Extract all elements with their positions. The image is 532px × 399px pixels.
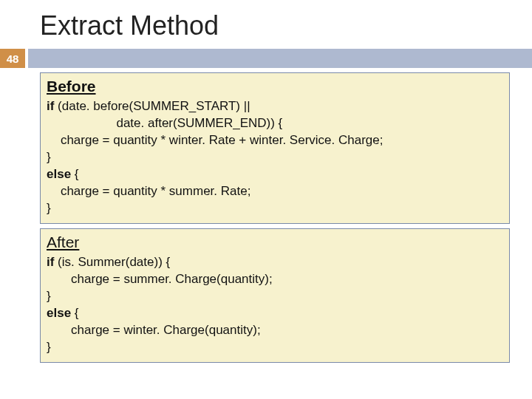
before-block: Before if (date. before(SUMMER_START) ||… [40,72,510,224]
code-line: else { [47,166,503,183]
code-text: } [47,150,51,164]
header-band: 48 [0,49,532,68]
code-line: } [47,288,503,305]
code-text: } [47,201,51,215]
code-line: date. after(SUMMER_END)) { [47,115,503,132]
code-line: } [47,339,503,356]
code-line: else { [47,305,503,322]
before-heading: Before [47,76,503,97]
code-text: } [47,340,51,354]
code-text: charge = quantity * summer. Rate; [47,184,250,198]
slide-title: Extract Method [0,0,532,49]
after-heading: After [47,232,503,253]
code-text: (date. before(SUMMER_START) || [58,99,250,113]
after-block: After if (is. Summer(date)) { charge = s… [40,228,510,363]
code-text: charge = summer. Charge(quantity); [47,272,273,286]
code-text: charge = winter. Charge(quantity); [47,323,261,337]
code-text: (is. Summer(date)) { [58,255,170,269]
code-line: charge = quantity * summer. Rate; [47,183,503,200]
code-line: } [47,200,503,217]
page-number-badge: 48 [0,49,25,68]
code-text: { [75,167,79,181]
code-text: date. after(SUMMER_END)) { [47,116,282,130]
code-text: charge = quantity * winter. Rate + winte… [47,133,383,147]
code-line: charge = summer. Charge(quantity); [47,271,503,288]
code-line: if (is. Summer(date)) { [47,254,503,271]
code-line: charge = winter. Charge(quantity); [47,322,503,339]
keyword: if [47,255,58,269]
keyword: if [47,99,58,113]
code-text: { [75,306,79,320]
keyword: else [47,306,75,320]
code-line: if (date. before(SUMMER_START) || [47,98,503,115]
code-line: charge = quantity * winter. Rate + winte… [47,132,503,149]
code-line: } [47,149,503,166]
band-fill [28,49,532,68]
code-text: } [47,289,51,303]
keyword: else [47,167,75,181]
